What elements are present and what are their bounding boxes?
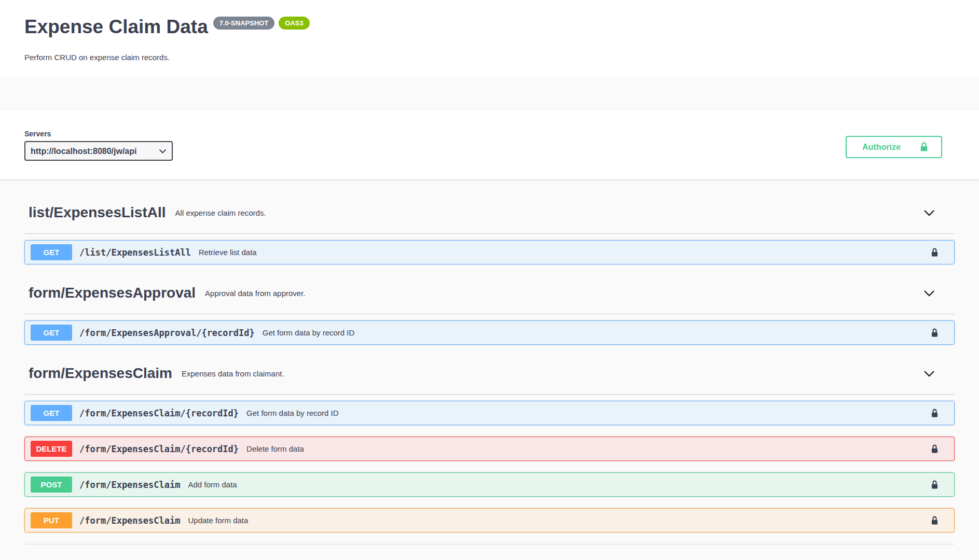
servers-select-wrap: http://localhost:8080/jw/api [24,141,173,161]
method-badge: DELETE [31,441,72,457]
section-title: list/ExpensesListAll [29,202,166,223]
api-description: Perform CRUD on expense claim records. [24,53,955,62]
section-title: form/ExpensesApproval [29,283,196,303]
method-badge: GET [31,244,72,260]
chevron-down-icon[interactable] [923,370,935,377]
lock-icon [919,142,929,152]
tag-section: form/ExpensesApproval Approval data from… [24,276,955,345]
op-summary: Add form data [188,480,237,489]
operations-list: list/ExpensesListAll All expense claim r… [0,179,979,533]
section-description: All expense claim records. [175,208,266,217]
operation-row[interactable]: PUT /form/ExpensesClaim Update form data [24,508,955,533]
lock-icon[interactable] [931,444,939,454]
section-operations: GET /list/ExpensesListAll Retrieve list … [24,234,955,264]
op-path: /form/ExpensesClaim [79,515,180,526]
section-operations: GET /form/ExpensesClaim/{recordId} Get f… [24,395,955,533]
authorize-button-label: Authorize [862,143,901,152]
operation-row[interactable]: GET /form/ExpensesClaim/{recordId} Get f… [24,401,955,425]
op-summary: Update form data [188,516,248,525]
op-path: /list/ExpensesListAll [79,247,191,258]
op-path: /form/ExpensesClaim/{recordId} [79,408,239,418]
op-path: /form/ExpensesClaim [79,480,180,490]
section-title: form/ExpensesClaim [29,363,172,384]
api-info-header: Expense Claim Data 7.0-SNAPSHOT OAS3 Per… [0,0,979,77]
tag-section: form/ExpensesClaim Expenses data from cl… [24,356,955,533]
servers-label: Servers [24,130,955,138]
lock-icon[interactable] [931,408,939,418]
method-badge: GET [31,405,72,421]
op-summary: Delete form data [246,444,304,453]
method-badge: GET [31,325,72,341]
title-badges: 7.0-SNAPSHOT OAS3 [213,17,310,30]
chevron-down-icon[interactable] [923,209,935,216]
operation-row[interactable]: GET /form/ExpensesApproval/{recordId} Ge… [24,320,955,345]
lock-icon[interactable] [931,247,939,257]
oas3-badge: OAS3 [279,17,309,30]
method-badge: POST [31,477,72,493]
op-summary: Get form data by record ID [246,409,339,417]
op-path: /form/ExpensesApproval/{recordId} [79,328,255,338]
servers-select[interactable]: http://localhost:8080/jw/api [24,141,173,161]
op-summary: Retrieve list data [199,248,257,257]
lock-icon[interactable] [931,480,939,489]
operation-row[interactable]: GET /list/ExpensesListAll Retrieve list … [24,240,955,264]
operation-row[interactable]: DELETE /form/ExpensesClaim/{recordId} De… [24,437,955,461]
lock-icon[interactable] [931,515,939,525]
tag-section-header[interactable]: form/ExpensesApproval Approval data from… [24,283,955,314]
page-title: Expense Claim Data [24,16,208,38]
title-row: Expense Claim Data 7.0-SNAPSHOT OAS3 [24,16,955,38]
operation-row[interactable]: POST /form/ExpensesClaim Add form data [24,472,955,497]
chevron-down-icon[interactable] [923,290,935,297]
section-description: Expenses data from claimant. [182,369,284,378]
version-badge: 7.0-SNAPSHOT [213,17,275,30]
tag-section-header[interactable]: form/ExpensesClaim Expenses data from cl… [24,363,955,395]
section-divider [24,544,955,544]
tag-section: list/ExpensesListAll All expense claim r… [24,202,955,264]
lock-icon[interactable] [931,328,939,338]
op-path: /form/ExpensesClaim/{recordId} [79,444,239,454]
section-description: Approval data from approver. [205,289,305,298]
scheme-container: Servers http://localhost:8080/jw/api Aut… [0,110,979,179]
bottom-divider-wrap [0,544,979,544]
op-summary: Get form data by record ID [263,328,355,337]
tag-section-header[interactable]: list/ExpensesListAll All expense claim r… [24,202,955,234]
section-operations: GET /form/ExpensesApproval/{recordId} Ge… [24,314,955,345]
method-badge: PUT [31,512,72,528]
authorize-button[interactable]: Authorize [846,136,942,158]
